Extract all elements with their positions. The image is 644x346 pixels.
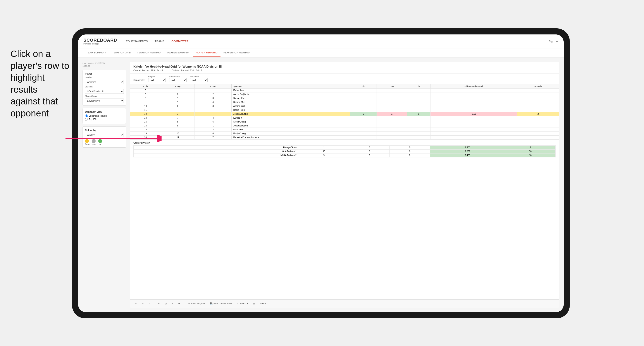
tab-team-summary[interactable]: TEAM SUMMARY [84,48,109,57]
table-cell [517,124,559,128]
table-cell [350,136,376,140]
division-record-label: Division Record: 331 - 34 - 6 [172,69,202,72]
table-cell: 8 [161,120,194,124]
table-cell: 18 [130,128,161,132]
table-cell: 11 [161,136,194,140]
table-row[interactable]: 522Alexis Sudjianto [130,92,559,96]
table-row[interactable]: 914Sharon Mun [130,100,559,104]
table-cell [350,116,376,120]
opponent-select[interactable]: (All) [190,78,208,82]
conference-select[interactable]: (All) [169,78,187,82]
out-div-cell: 0 [390,154,430,158]
table-cell [517,92,559,96]
toolbar-up[interactable]: ⤴ [147,302,151,305]
table-cell [407,124,430,128]
tab-player-summary[interactable]: PLAYER SUMMARY [164,48,193,57]
player-select[interactable]: 8. Katelyn Vo [85,99,124,103]
sidebar: Last Updated: 27/03/2024 16:55:38 Player… [82,62,126,308]
tab-player-h2h-grid[interactable]: PLAYER H2H GRID [193,48,220,57]
table-row[interactable]: 20117Federica Domecq Lacroze [130,136,559,140]
overall-record-value: 353 - 34 - 6 [151,69,163,72]
out-div-row[interactable]: NCAA Division 25007.40010 [134,154,556,158]
col-header-div: # Div [130,84,161,89]
last-updated-time: 16:55:38 [82,65,126,68]
table-row[interactable]: 31Esther Lee [130,89,559,92]
toolbar-refresh[interactable]: ⟳ [177,302,182,305]
table-cell [376,96,407,100]
conference-label: Conference [169,75,187,78]
region-select[interactable]: (All) [148,78,166,82]
toolbar-save-custom[interactable]: 💾 Save Custom View [208,302,233,305]
content-panel: Katelyn Vo Head-to-Head Grid for Women's… [130,62,559,308]
table-row[interactable]: 1063Andrea York [130,104,559,108]
sign-out-link[interactable]: Sign out [545,40,558,43]
table-cell [430,132,517,136]
table-cell [430,104,517,108]
tab-team-h2h-grid[interactable]: TEAM H2H GRID [109,48,134,57]
table-row[interactable]: 1691Jessica Mason [130,124,559,128]
tab-player-h2h-heatmap[interactable]: PLAYER H2H HEATMAP [220,48,254,57]
toolbar-cut[interactable]: ✂ [156,302,161,305]
player-section: Player Gender Women's Division NCAA Divi… [82,70,126,106]
table-cell: Esther Lee [232,89,350,92]
watch-icon: 👁 [237,302,239,305]
table-cell [430,124,517,128]
table-row[interactable]: 1585Stella Cheng [130,120,559,124]
table-row[interactable]: 1474Eunice Yi [130,116,559,120]
table-cell [407,92,430,96]
out-div-row[interactable]: NAIA Division 115009.26730 [134,150,556,154]
toolbar-redo[interactable]: ↪ [140,302,145,305]
table-cell: 6 [195,132,232,136]
division-record-value: 331 - 34 - 6 [190,69,202,72]
legend-label-level: Level [92,143,96,145]
toolbar-layout[interactable]: ⊞ [252,302,256,305]
table-cell: 1 [195,124,232,128]
out-div-name: NAIA Division 1 [134,150,299,154]
out-div-cell: 1 [299,146,349,150]
toolbar-undo[interactable]: ↩ [134,302,138,305]
table-row[interactable]: 131Jessica Huang010-3.002 [130,112,559,116]
table-row[interactable]: 1822Euna Lee [130,128,559,132]
table-cell: 1 [195,89,232,92]
table-cell: 19 [130,132,161,136]
opponent-filter: Opponent (All) [190,75,208,82]
nav-teams[interactable]: TEAMS [155,39,164,44]
nav-tournaments[interactable]: TOURNAMENTS [126,39,148,44]
toolbar-share[interactable]: Share [259,302,267,305]
table-cell [407,108,430,112]
table-cell [376,128,407,132]
out-div-row[interactable]: Foreign Team1004.5002 [134,146,556,150]
region-label: Region [148,75,166,78]
table-cell [430,89,517,92]
filters-row: Opponents: Region (All) Conference (All) [130,74,559,84]
table-cell: 6 [130,96,161,100]
table-row[interactable]: 11Haejo Hyun [130,108,559,112]
division-select[interactable]: NCAA Division III [85,89,124,94]
colour-by-select[interactable]: Win/loss [85,133,124,137]
colour-by-section: Colour by Win/loss Down Level [82,127,126,148]
table-cell: 7 [195,136,232,140]
tab-team-h2h-heatmap[interactable]: TEAM H2H HEATMAP [134,48,164,57]
out-div-name: NCAA Division 2 [134,154,299,158]
legend-dot-down [85,139,89,143]
toolbar-grid[interactable]: ⊡ [164,302,168,305]
table-cell: 1 [161,112,194,116]
out-div-title: Out of division [134,142,556,144]
radio-top100[interactable]: Top 100 [85,118,124,121]
gender-select[interactable]: Women's [85,80,124,84]
toolbar-tilde[interactable]: ~ [170,302,174,305]
table-cell: 9 [161,124,194,128]
table-cell: 3 [130,89,161,92]
table-row[interactable]: 613Sydney Kuo [130,96,559,100]
table-cell: 10 [161,132,194,136]
toolbar-view-original[interactable]: 👁 View: Original [187,302,206,305]
toolbar-watch[interactable]: 👁 Watch ▾ [236,302,249,305]
table-cell [195,112,232,116]
player-section-label: Player [85,72,124,75]
table-row[interactable]: 19106Emily Chang [130,132,559,136]
opponent-label: Opponent [190,75,208,78]
nav-committee[interactable]: COMMITTEE [171,39,188,44]
col-header-rounds: Rounds [517,84,559,89]
table-cell: 11 [130,108,161,112]
radio-opponents-played[interactable]: Opponents Played [85,115,124,117]
